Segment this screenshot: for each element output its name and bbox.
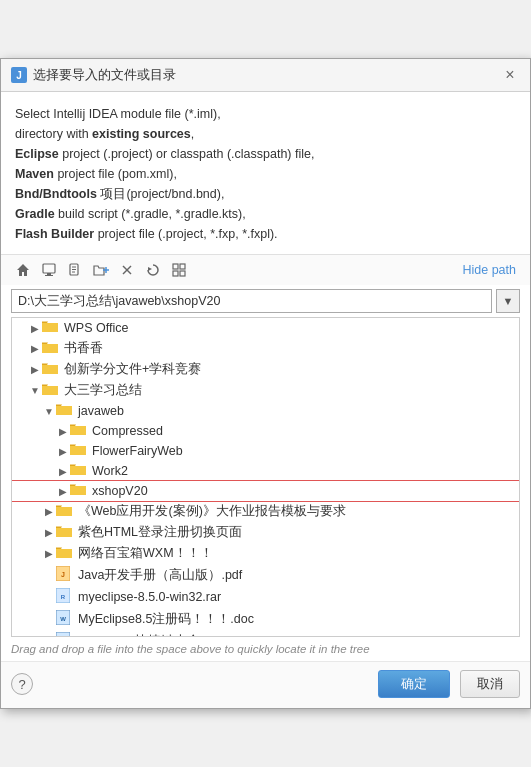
tree-item-shuxiang[interactable]: ▶书香香 bbox=[12, 338, 519, 359]
path-input[interactable] bbox=[11, 289, 492, 313]
folder-icon bbox=[42, 320, 60, 336]
dialog-title: 选择要导入的文件或目录 bbox=[33, 66, 176, 84]
home-button[interactable] bbox=[11, 259, 35, 281]
folder-icon bbox=[42, 362, 60, 378]
tree-item-webdev[interactable]: ▶《Web应用开发(案例)》大作业报告模板与要求 bbox=[12, 501, 519, 522]
tree-item-label: 大三学习总结 bbox=[64, 382, 142, 399]
svg-text:W: W bbox=[60, 616, 66, 622]
svg-rect-14 bbox=[180, 264, 185, 269]
folder-icon bbox=[70, 443, 88, 459]
tree-item-java_manual[interactable]: JJava开发手册（高山版）.pdf bbox=[12, 564, 519, 586]
tree-item-work2[interactable]: ▶Work2 bbox=[12, 461, 519, 481]
refresh-button[interactable] bbox=[141, 259, 165, 281]
tree-item-myeclipse_keys[interactable]: WMyEclipse快捷键大全1.doc bbox=[12, 630, 519, 637]
folder-icon bbox=[70, 463, 88, 479]
svg-text:J: J bbox=[61, 571, 65, 578]
desc-line6-suffix: build script (*.gradle, *.gradle.kts), bbox=[55, 207, 246, 221]
folder-icon bbox=[56, 525, 74, 541]
desc-line4-bold: Maven bbox=[15, 167, 54, 181]
cancel-button[interactable]: 取消 bbox=[460, 670, 520, 698]
toggle-icon bbox=[42, 590, 56, 604]
toggle-icon: ▶ bbox=[28, 321, 42, 335]
file-rar-icon: R bbox=[56, 588, 74, 606]
tree-item-label: Compressed bbox=[92, 424, 163, 438]
tree-item-flowerfairy[interactable]: ▶FlowerFairyWeb bbox=[12, 441, 519, 461]
tree-item-label: WPS Office bbox=[64, 321, 128, 335]
path-row: ▼ bbox=[1, 285, 530, 317]
toggle-icon: ▶ bbox=[56, 484, 70, 498]
toggle-icon: ▶ bbox=[28, 363, 42, 377]
toggle-icon: ▶ bbox=[42, 547, 56, 561]
tree-item-label: Java开发手册（高山版）.pdf bbox=[78, 567, 242, 584]
toggle-icon: ▶ bbox=[42, 505, 56, 519]
new-folder-icon bbox=[93, 263, 109, 277]
help-button[interactable]: ? bbox=[11, 673, 33, 695]
tree-item-label: javaweb bbox=[78, 404, 124, 418]
desc-line2-bold: existing sources bbox=[92, 127, 191, 141]
tree-item-label: Work2 bbox=[92, 464, 128, 478]
tree-item-myeclipse_doc[interactable]: WMyEclipse8.5注册码！！！.doc bbox=[12, 608, 519, 630]
refresh-icon bbox=[146, 263, 160, 277]
svg-rect-3 bbox=[45, 275, 53, 276]
drag-hint: Drag and drop a file into the space abov… bbox=[1, 637, 530, 661]
tree-item-baidu_netdisk[interactable]: ▶网络百宝箱WXM！！！ bbox=[12, 543, 519, 564]
delete-icon bbox=[120, 263, 134, 277]
docs-button[interactable] bbox=[63, 259, 87, 281]
svg-rect-13 bbox=[173, 264, 178, 269]
tree-item-label: 创新学分文件+学科竞赛 bbox=[64, 361, 201, 378]
file-doc-icon: W bbox=[56, 610, 74, 628]
tree-item-javaweb[interactable]: ▼javaweb bbox=[12, 401, 519, 421]
tree-item-label: 紫色HTML登录注册切换页面 bbox=[78, 524, 242, 541]
svg-marker-12 bbox=[148, 267, 152, 271]
title-bar: J 选择要导入的文件或目录 × bbox=[1, 59, 530, 92]
desc-line4-suffix: project file (pom.xml), bbox=[54, 167, 177, 181]
path-dropdown-button[interactable]: ▼ bbox=[496, 289, 520, 313]
tree-item-html_login[interactable]: ▶紫色HTML登录注册切换页面 bbox=[12, 522, 519, 543]
tree-item-compressed[interactable]: ▶Compressed bbox=[12, 421, 519, 441]
confirm-button[interactable]: 确定 bbox=[378, 670, 450, 698]
toggle-icon: ▼ bbox=[42, 404, 56, 418]
svg-text:R: R bbox=[61, 594, 66, 600]
desc-line3-suffix: project (.project) or classpath (.classp… bbox=[59, 147, 315, 161]
folder-icon bbox=[56, 403, 74, 419]
tree-item-label: FlowerFairyWeb bbox=[92, 444, 183, 458]
app-icon: J bbox=[11, 67, 27, 83]
folder-icon bbox=[70, 483, 88, 499]
folder-icon bbox=[56, 546, 74, 562]
delete-button[interactable] bbox=[115, 259, 139, 281]
tree-item-myeclipse_rar[interactable]: Rmyeclipse-8.5.0-win32.rar bbox=[12, 586, 519, 608]
expand-icon bbox=[172, 263, 186, 277]
docs-icon bbox=[68, 263, 82, 277]
tree-item-label: MyEclipse8.5注册码！！！.doc bbox=[78, 611, 254, 628]
description-area: Select Intellij IDEA module file (*.iml)… bbox=[1, 92, 530, 254]
close-button[interactable]: × bbox=[500, 65, 520, 85]
desktop-button[interactable] bbox=[37, 259, 61, 281]
expand-button[interactable] bbox=[167, 259, 191, 281]
button-row: ? 确定 取消 bbox=[1, 661, 530, 708]
folder-icon bbox=[70, 423, 88, 439]
desc-line1: Select Intellij IDEA module file (*.iml)… bbox=[15, 107, 221, 121]
svg-rect-2 bbox=[47, 273, 51, 275]
file-tree[interactable]: ▶WPS Office▶书香香▶创新学分文件+学科竞赛▼大三学习总结▼javaw… bbox=[11, 317, 520, 637]
tree-item-daxue[interactable]: ▼大三学习总结 bbox=[12, 380, 519, 401]
hide-path-button[interactable]: Hide path bbox=[458, 261, 520, 279]
desc-line7-bold: Flash Builder bbox=[15, 227, 94, 241]
tree-item-label: xshopV20 bbox=[92, 484, 148, 498]
tree-item-xshopv20[interactable]: ▶xshopV20 bbox=[12, 481, 519, 501]
svg-rect-16 bbox=[180, 271, 185, 276]
toggle-icon: ▶ bbox=[56, 424, 70, 438]
desc-line5-bold: Bnd/Bndtools bbox=[15, 187, 97, 201]
toggle-icon: ▶ bbox=[56, 464, 70, 478]
desc-line7-suffix: project file (.project, *.fxp, *.fxpl). bbox=[94, 227, 277, 241]
folder-icon bbox=[42, 341, 60, 357]
title-bar-left: J 选择要导入的文件或目录 bbox=[11, 66, 176, 84]
tree-item-wps[interactable]: ▶WPS Office bbox=[12, 318, 519, 338]
desc-line6-bold: Gradle bbox=[15, 207, 55, 221]
svg-rect-15 bbox=[173, 271, 178, 276]
svg-marker-0 bbox=[17, 264, 29, 276]
new-folder-button[interactable] bbox=[89, 259, 113, 281]
dialog: J 选择要导入的文件或目录 × Select Intellij IDEA mod… bbox=[0, 58, 531, 709]
toggle-icon: ▶ bbox=[28, 342, 42, 356]
tree-item-chuangxue[interactable]: ▶创新学分文件+学科竞赛 bbox=[12, 359, 519, 380]
toggle-icon: ▶ bbox=[56, 444, 70, 458]
